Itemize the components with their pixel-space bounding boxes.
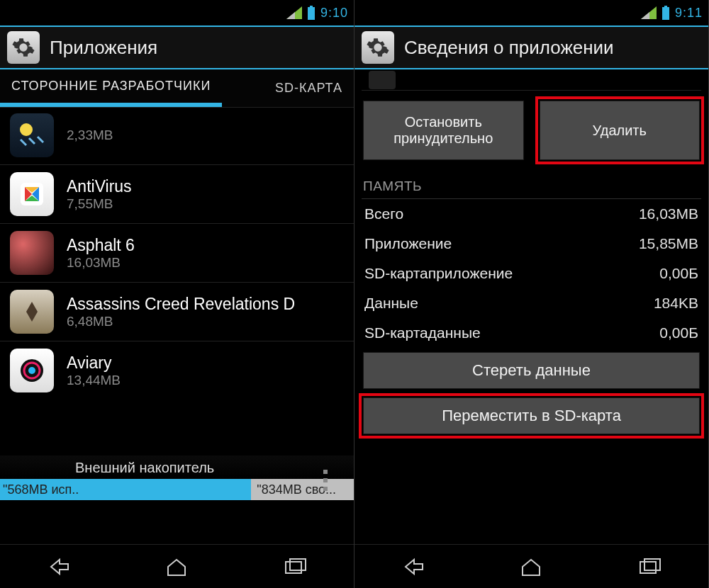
tab-sd-card[interactable]: SD-КАРТА — [264, 69, 354, 107]
home-button[interactable] — [510, 553, 552, 581]
memory-key: SD-картаприложение — [364, 265, 513, 282]
status-bar: 9:11 — [354, 0, 708, 26]
uninstall-button[interactable]: Удалить — [540, 101, 700, 160]
app-header-mini — [362, 69, 701, 91]
app-icon — [10, 231, 54, 275]
app-icon — [10, 172, 54, 216]
memory-value: 0,00Б — [659, 265, 698, 282]
app-size-label: 2,33MB — [67, 128, 113, 143]
app-name-label: Assassins Creed Revelations D — [67, 295, 295, 314]
page-title: Сведения о приложении — [404, 37, 614, 59]
status-time: 9:11 — [675, 6, 703, 21]
screen-right-app-details: 9:11 Сведения о приложении Остановить пр… — [354, 0, 709, 588]
recents-button[interactable] — [628, 553, 671, 581]
battery-icon — [661, 6, 671, 20]
svg-rect-8 — [290, 559, 306, 570]
svg-rect-10 — [664, 6, 667, 7]
navigation-bar — [0, 544, 354, 588]
memory-value: 15,85MB — [639, 235, 698, 252]
list-item[interactable]: 2,33MB — [0, 113, 354, 165]
memory-value: 184KB — [654, 295, 698, 312]
settings-icon — [7, 31, 40, 64]
memory-row-data: Данные 184KB — [362, 288, 701, 318]
battery-icon — [306, 6, 316, 20]
signal-icon — [286, 6, 302, 19]
section-memory: ПАМЯТЬ — [362, 174, 701, 199]
app-details: Остановить принудительно Удалить ПАМЯТЬ … — [354, 69, 708, 544]
memory-row-sdapp: SD-картаприложение 0,00Б — [362, 259, 701, 288]
page-title: Приложения — [50, 37, 157, 59]
svg-rect-12 — [644, 559, 660, 570]
status-time: 9:10 — [320, 6, 348, 21]
memory-key: Приложение — [364, 235, 452, 252]
svg-point-2 — [20, 123, 33, 136]
memory-value: 0,00Б — [659, 324, 698, 341]
tabs: СТОРОННИЕ РАЗРАБОТЧИКИ SD-КАРТА — [0, 69, 354, 108]
svg-point-6 — [28, 367, 35, 374]
app-size-label: 7,55MB — [67, 196, 132, 212]
overflow-menu-button[interactable] — [310, 465, 341, 496]
app-size-label: 16,03MB — [67, 255, 135, 271]
svg-rect-11 — [640, 562, 656, 573]
settings-icon — [362, 31, 394, 64]
screen-left-applications: 9:10 Приложения СТОРОННИЕ РАЗРАБОТЧИКИ S… — [0, 0, 354, 588]
back-button[interactable] — [38, 553, 80, 581]
memory-key: Всего — [364, 205, 403, 222]
svg-rect-0 — [308, 7, 315, 20]
navigation-bar — [354, 544, 708, 588]
app-name-label: AntiVirus — [67, 177, 132, 196]
storage-footer: Внешний накопитель "568MB исп.. "834MB с… — [0, 456, 354, 500]
storage-label: Внешний накопитель — [0, 456, 354, 479]
app-list[interactable]: 2,33MB AntiVirus 7,55MB Asphalt 6 16,03M… — [0, 108, 354, 544]
move-to-sd-button[interactable]: Переместить в SD-карта — [363, 397, 700, 434]
memory-value: 16,03MB — [639, 205, 698, 222]
storage-used: "568MB исп.. — [0, 479, 251, 500]
memory-row-app: Приложение 15,85MB — [362, 229, 701, 259]
clear-data-button[interactable]: Стереть данные — [363, 352, 700, 389]
list-item[interactable]: AntiVirus 7,55MB — [0, 165, 354, 224]
signal-icon — [641, 6, 657, 19]
memory-row-total: Всего 16,03MB — [362, 199, 701, 229]
force-stop-button[interactable]: Остановить принудительно — [363, 101, 524, 160]
list-item[interactable]: Assassins Creed Revelations D 6,48MB — [0, 283, 354, 341]
svg-rect-7 — [286, 562, 301, 573]
list-item[interactable]: Asphalt 6 16,03MB — [0, 224, 354, 283]
app-size-label: 13,44MB — [67, 373, 121, 388]
app-icon — [10, 290, 54, 334]
recents-button[interactable] — [274, 553, 316, 581]
back-button[interactable] — [392, 553, 435, 581]
app-icon — [10, 349, 54, 392]
storage-bar: "568MB исп.. "834MB сво... — [0, 479, 354, 500]
home-button[interactable] — [155, 553, 198, 581]
svg-rect-9 — [662, 7, 669, 20]
app-name-label: Aviary — [67, 354, 121, 373]
header-bar: Сведения о приложении — [354, 26, 708, 69]
memory-key: Данные — [364, 295, 418, 312]
memory-key: SD-картаданные — [364, 324, 481, 341]
action-buttons: Остановить принудительно Удалить — [362, 91, 701, 174]
status-bar: 9:10 — [0, 0, 354, 26]
app-icon — [369, 71, 396, 89]
app-icon — [10, 113, 54, 157]
list-item[interactable]: Aviary 13,44MB — [0, 341, 354, 400]
memory-row-sddata: SD-картаданные 0,00Б — [362, 318, 701, 348]
app-size-label: 6,48MB — [67, 314, 295, 329]
svg-rect-1 — [310, 6, 313, 7]
header-bar: Приложения — [0, 26, 354, 69]
tab-third-party[interactable]: СТОРОННИЕ РАЗРАБОТЧИКИ — [0, 69, 222, 107]
app-name-label: Asphalt 6 — [67, 236, 135, 255]
